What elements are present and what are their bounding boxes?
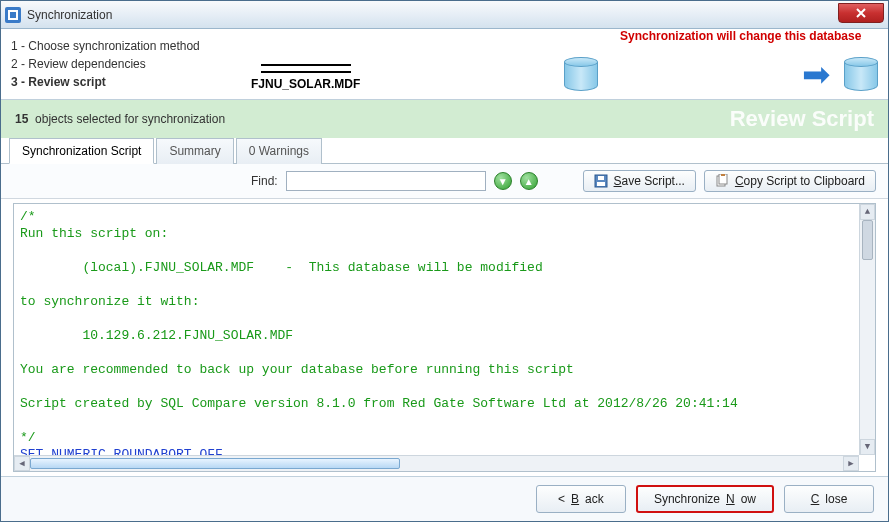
scroll-up-icon[interactable]: ▲ (860, 204, 875, 220)
app-icon (5, 7, 21, 23)
save-script-button[interactable]: Save Script... (583, 170, 696, 192)
close-button[interactable]: Close (784, 485, 874, 513)
svg-rect-4 (598, 176, 604, 180)
wizard-steps: 1 - Choose synchronization method 2 - Re… (11, 35, 251, 91)
database-icon (844, 57, 878, 91)
script-content[interactable]: /* Run this script on: (local).FJNU_SOLA… (14, 204, 859, 455)
window: Synchronization Synchronization will cha… (0, 0, 889, 522)
step-3: 3 - Review script (11, 73, 251, 91)
find-label: Find: (251, 174, 278, 188)
svg-rect-3 (597, 182, 605, 186)
tab-sync-script[interactable]: Synchronization Script (9, 138, 154, 164)
source-db-col: FJNU_SOLAR.MDF (251, 61, 360, 91)
clipboard-icon (715, 174, 729, 188)
close-window-button[interactable] (838, 3, 884, 23)
source-db-name: FJNU_SOLAR.MDF (251, 77, 360, 91)
db-flow: FJNU_SOLAR.MDF ➡ (LOCAL) FJNU_SOLAR.MDF (251, 35, 878, 91)
vertical-scrollbar[interactable]: ▲ ▼ (859, 204, 875, 455)
find-prev-icon[interactable]: ▲ (520, 172, 538, 190)
step-1: 1 - Choose synchronization method (11, 37, 251, 55)
horizontal-scrollbar[interactable]: ◀ ▶ (14, 455, 859, 471)
scroll-left-icon[interactable]: ◀ (14, 456, 30, 471)
copy-script-button[interactable]: Copy Script to Clipboard (704, 170, 876, 192)
svg-rect-1 (10, 12, 16, 18)
svg-rect-7 (721, 174, 725, 176)
script-area: /* Run this script on: (local).FJNU_SOLA… (13, 203, 876, 472)
summary-text: objects selected for synchronization (35, 112, 225, 126)
find-next-icon[interactable]: ▼ (494, 172, 512, 190)
scroll-right-icon[interactable]: ▶ (843, 456, 859, 471)
step-2: 2 - Review dependencies (11, 55, 251, 73)
source-host-redacted (261, 61, 351, 73)
save-icon (594, 174, 608, 188)
summary-bar: 15 objects selected for synchronization … (1, 100, 888, 138)
tab-warnings[interactable]: 0 Warnings (236, 138, 322, 164)
tabs-row: Synchronization Script Summary 0 Warning… (1, 137, 888, 164)
synchronize-now-button[interactable]: Synchronize Now (636, 485, 774, 513)
header-area: 1 - Choose synchronization method 2 - Re… (1, 29, 888, 100)
object-count: 15 (15, 112, 28, 126)
database-icon (564, 57, 598, 91)
vscroll-thumb[interactable] (862, 220, 873, 260)
find-input[interactable] (286, 171, 486, 191)
find-bar: Find: ▼ ▲ Save Script... Copy Script to … (1, 164, 888, 199)
scroll-down-icon[interactable]: ▼ (860, 439, 875, 455)
watermark: Review Script (730, 106, 874, 132)
arrow-right-icon: ➡ (802, 57, 830, 91)
hscroll-thumb[interactable] (30, 458, 400, 469)
back-button[interactable]: < Back (536, 485, 626, 513)
window-title: Synchronization (27, 8, 112, 22)
tab-summary[interactable]: Summary (156, 138, 233, 164)
titlebar: Synchronization (1, 1, 888, 29)
target-db-col: (LOCAL) FJNU_SOLAR.MDF (844, 57, 878, 91)
copy-script-label: Copy Script to Clipboard (735, 174, 865, 188)
footer: < Back Synchronize Now Close (1, 476, 888, 521)
save-script-label: Save Script... (614, 174, 685, 188)
